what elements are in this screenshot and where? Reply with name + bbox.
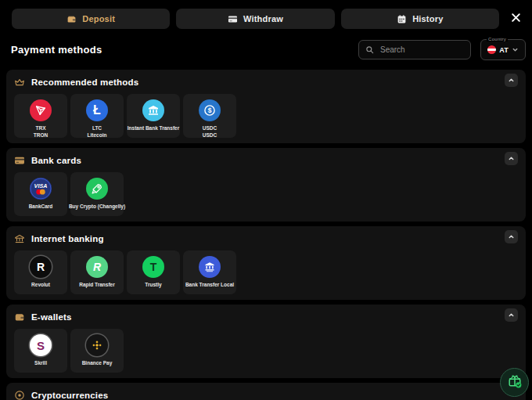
method-tile-revolut[interactable]: RRevolut [14,250,67,294]
method-label: LTCLitecoin [88,124,107,139]
method-label: Bank Transfer Local [185,281,234,288]
method-label: Rapid Transfer [79,281,115,288]
close-button[interactable] [505,9,526,29]
section-header: Internet banking [14,232,518,245]
bonus-fab-button[interactable] [500,368,529,397]
section-internet-banking: Internet bankingRRevolutRRapid TransferT… [6,226,526,300]
bank-local-icon [199,256,221,278]
toolbar: Payment methods Country AT [0,29,532,70]
country-select[interactable]: Country AT [480,39,526,60]
chevron-up-icon [508,309,515,321]
method-label: TRXTRON [34,124,48,139]
method-label: Buy Crypto (Changelly) [69,203,125,210]
country-label: Country [487,37,508,41]
close-icon [511,13,521,25]
gift-check-icon [507,373,523,391]
section-title: Recommended methods [31,77,138,87]
method-tile-instant-bank-transfer[interactable]: Instant Bank Transfer [127,94,180,138]
section-title: E-wallets [31,312,72,322]
section-title: Cryptocurrencies [31,391,108,400]
section-cryptocurrencies: Cryptocurrencies [6,383,526,400]
method-label: Binance Pay [82,359,113,366]
method-label: Instant Bank Transfer [128,124,179,132]
method-tile-trx-tron[interactable]: TRXTRON [14,94,67,138]
method-label: Trustly [145,281,161,288]
method-tile-rapid-transfer[interactable]: RRapid Transfer [70,250,124,294]
tab-history[interactable]: History [341,9,499,29]
card-icon [14,155,25,166]
tab-deposit[interactable]: Deposit [12,9,170,29]
method-tile-binance-pay[interactable]: Binance Pay [70,329,124,373]
section-header: Cryptocurrencies [14,389,518,400]
section-header: Recommended methods [14,76,518,88]
topbar: DepositWithdrawHistory [0,0,532,29]
collapse-button[interactable] [505,152,518,165]
section-e-wallets: E-walletsSSkrillBinance Pay [6,305,526,378]
payment-modal: DepositWithdrawHistory Payment methods C… [0,0,532,400]
method-label: Revolut [31,281,50,288]
section-title: Bank cards [31,156,81,165]
method-tile-trustly[interactable]: TTrustly [127,250,180,294]
method-tiles: TRXTRONŁLTCLitecoinInstant Bank Transfer… [14,94,518,138]
method-tiles: SSkrillBinance Pay [14,329,518,373]
rapid-transfer-icon: R [86,256,108,278]
tron-icon [30,99,52,121]
chevron-up-icon [508,74,515,86]
search-box[interactable] [358,40,471,59]
section-bank-cards: Bank cardsVISABankCardBuy Crypto (Change… [6,148,526,222]
visa-mastercard-icon: VISA [30,178,52,200]
card-icon [228,14,238,24]
method-tile-skrill[interactable]: SSkrill [14,329,67,373]
bank-icon [142,99,164,121]
crown-icon [14,77,25,88]
method-tile-bank-transfer-local[interactable]: Bank Transfer Local [183,250,236,294]
tab-label: History [412,14,443,23]
collapse-button[interactable] [505,308,518,322]
wallet-icon [66,14,77,24]
coin-icon [14,390,25,400]
section-header: Bank cards [14,154,518,167]
svg-text:VISA: VISA [34,182,48,189]
chevron-down-icon [512,46,519,53]
search-icon [365,45,374,54]
chevron-up-icon [508,231,515,243]
method-tile-bankcard[interactable]: VISABankCard [14,172,67,216]
tab-label: Deposit [82,14,115,23]
method-label: Skrill [34,359,47,366]
tab-withdraw[interactable]: Withdraw [176,9,334,29]
method-label: USDCUSDC [203,124,217,139]
country-code: AT [499,46,508,54]
search-input[interactable] [379,45,464,55]
usdc-icon: $ [199,99,221,121]
litecoin-icon: Ł [86,99,108,121]
calendar-icon [397,14,407,24]
collapse-button[interactable] [505,74,518,87]
section-title: Internet banking [31,234,104,243]
method-tiles: VISABankCardBuy Crypto (Changelly) [14,172,518,216]
method-label: BankCard [29,203,53,210]
skrill-icon: S [30,334,52,356]
page-title: Payment methods [11,44,349,56]
section-recommended-methods: Recommended methodsTRXTRONŁLTCLitecoinIn… [6,70,526,143]
bank-building-icon [14,233,25,244]
binance-icon [86,334,108,356]
sections-list: Recommended methodsTRXTRONŁLTCLitecoinIn… [0,70,532,400]
section-header: E-wallets [14,311,518,323]
svg-text:$: $ [208,106,212,114]
austria-flag-icon [487,45,496,54]
tab-label: Withdraw [243,14,283,23]
tab-bar: DepositWithdrawHistory [12,9,499,29]
revolut-icon: R [30,256,52,278]
method-tile-ltc-litecoin[interactable]: ŁLTCLitecoin [70,94,124,138]
wallet-icon [14,312,25,323]
method-tiles: RRevolutRRapid TransferTTrustlyBank Tran… [14,250,518,294]
collapse-button[interactable] [505,230,518,243]
rocket-icon [86,178,108,200]
trustly-icon: T [142,256,164,278]
chevron-up-icon [508,153,515,164]
method-tile-usdc-usdc[interactable]: $USDCUSDC [183,94,236,138]
method-tile-buy-crypto-changelly[interactable]: Buy Crypto (Changelly) [70,172,124,216]
